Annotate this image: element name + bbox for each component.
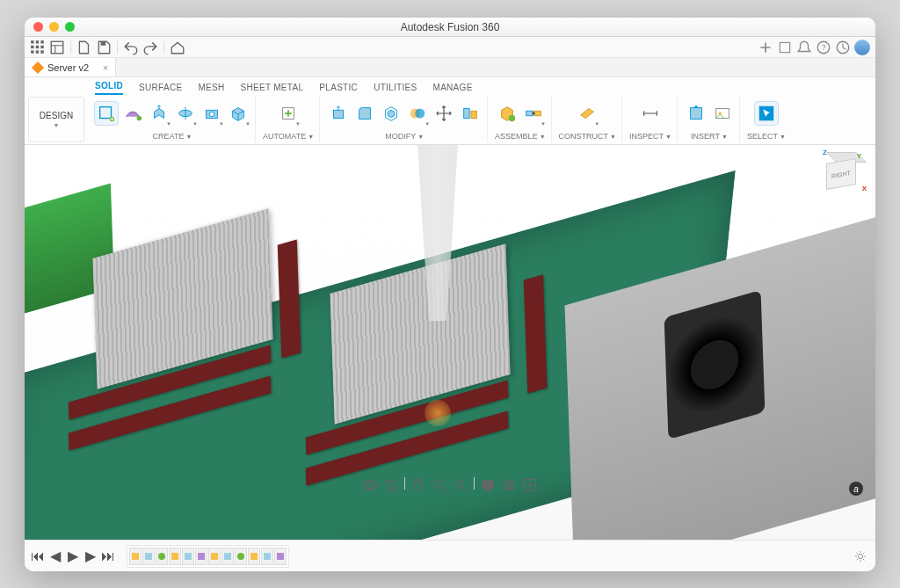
help-icon[interactable]: ? bbox=[816, 40, 831, 55]
timeline: ⏮ ◀ ▶ ▶ ⏭ bbox=[25, 540, 875, 571]
svg-rect-1 bbox=[36, 40, 39, 43]
box-icon[interactable]: ▼ bbox=[227, 102, 250, 125]
combine-icon[interactable]: ▼ bbox=[406, 102, 429, 125]
ribbon-group-modify: ▼ MODIFY▼ bbox=[322, 97, 488, 142]
timeline-feature[interactable] bbox=[169, 548, 181, 565]
undo-icon[interactable] bbox=[123, 40, 139, 55]
tab-plastic[interactable]: PLASTIC bbox=[319, 83, 358, 95]
svg-point-56 bbox=[158, 553, 165, 560]
svg-rect-49 bbox=[482, 480, 494, 489]
app-grid-icon[interactable] bbox=[30, 40, 46, 55]
svg-point-66 bbox=[858, 554, 862, 558]
timeline-play-icon[interactable]: ▶ bbox=[67, 550, 79, 563]
svg-rect-63 bbox=[250, 553, 258, 560]
svg-rect-2 bbox=[40, 40, 43, 43]
construct-plane-icon[interactable]: ▼ bbox=[576, 102, 599, 125]
select-icon[interactable] bbox=[755, 102, 778, 125]
timeline-feature[interactable] bbox=[156, 548, 168, 565]
align-icon[interactable] bbox=[459, 102, 482, 125]
svg-rect-3 bbox=[31, 45, 33, 47]
display-settings-icon[interactable] bbox=[480, 477, 496, 493]
svg-rect-9 bbox=[51, 41, 63, 54]
ribbon-group-insert: INSERT▼ bbox=[679, 97, 740, 142]
extensions-icon[interactable] bbox=[777, 40, 793, 55]
orbit-icon[interactable] bbox=[362, 477, 378, 493]
svg-rect-57 bbox=[171, 553, 178, 560]
autodesk-logo-icon: a bbox=[849, 482, 863, 496]
tab-sheet-metal[interactable]: SHEET METAL bbox=[241, 83, 304, 95]
viewport-layout-icon[interactable] bbox=[522, 477, 538, 493]
ribbon-group-construct: ▼ CONSTRUCT▼ bbox=[554, 97, 622, 142]
extrude-icon[interactable]: ▼ bbox=[148, 102, 171, 125]
svg-rect-31 bbox=[464, 109, 469, 119]
timeline-feature[interactable] bbox=[248, 548, 260, 565]
look-at-icon[interactable] bbox=[383, 477, 399, 493]
timeline-feature[interactable] bbox=[274, 548, 287, 565]
group-label: MODIFY bbox=[385, 132, 416, 141]
user-avatar[interactable] bbox=[854, 40, 870, 55]
zoom-window-icon[interactable]: + bbox=[453, 477, 468, 493]
notifications-icon[interactable] bbox=[796, 40, 812, 55]
create-form-icon[interactable] bbox=[121, 102, 144, 125]
hole-icon[interactable]: ▼ bbox=[200, 102, 223, 125]
zoom-icon[interactable] bbox=[432, 477, 447, 493]
axis-y-label: Y bbox=[857, 152, 861, 160]
svg-rect-61 bbox=[224, 553, 231, 560]
tab-surface[interactable]: SURFACE bbox=[139, 83, 182, 95]
timeline-feature[interactable] bbox=[195, 548, 207, 565]
workspace-switcher[interactable]: DESIGN ▼ bbox=[28, 97, 84, 142]
joint-icon[interactable]: ▼ bbox=[522, 102, 545, 125]
close-tab-icon[interactable]: × bbox=[103, 62, 108, 73]
group-label: SELECT bbox=[747, 132, 778, 141]
timeline-feature[interactable] bbox=[129, 548, 142, 565]
automate-icon[interactable]: ▼ bbox=[277, 102, 300, 125]
data-panel-icon[interactable] bbox=[49, 40, 65, 55]
svg-rect-6 bbox=[31, 50, 33, 53]
timeline-feature[interactable] bbox=[142, 548, 155, 565]
svg-point-36 bbox=[532, 112, 535, 115]
timeline-forward-icon[interactable]: ▶ bbox=[84, 550, 97, 563]
viewcube[interactable]: RIGHT X Y Z bbox=[821, 154, 863, 196]
document-tab-label: Server v2 bbox=[47, 62, 89, 73]
tab-mesh[interactable]: MESH bbox=[198, 83, 224, 95]
insert-derive-icon[interactable] bbox=[685, 102, 708, 125]
new-sketch-icon[interactable] bbox=[95, 102, 118, 125]
file-menu-icon[interactable] bbox=[76, 40, 92, 55]
measure-icon[interactable] bbox=[639, 102, 662, 125]
viewport[interactable]: RIGHT X Y Z + a bbox=[25, 145, 875, 540]
move-icon[interactable] bbox=[432, 102, 455, 125]
home-icon[interactable] bbox=[170, 40, 185, 55]
new-design-icon[interactable] bbox=[758, 40, 773, 55]
job-status-icon[interactable] bbox=[835, 40, 851, 55]
tab-manage[interactable]: MANAGE bbox=[433, 83, 473, 95]
svg-point-23 bbox=[137, 116, 142, 121]
new-component-icon[interactable] bbox=[496, 102, 519, 125]
pan-icon[interactable] bbox=[410, 477, 426, 493]
press-pull-icon[interactable] bbox=[327, 102, 350, 125]
timeline-back-icon[interactable]: ◀ bbox=[49, 550, 62, 563]
quick-access-toolbar: ? bbox=[25, 37, 875, 58]
insert-decal-icon[interactable] bbox=[711, 102, 734, 125]
tab-solid[interactable]: SOLID bbox=[95, 81, 123, 95]
document-tab[interactable]: Server v2 × bbox=[25, 58, 116, 76]
svg-rect-54 bbox=[132, 553, 139, 560]
timeline-feature[interactable] bbox=[208, 548, 221, 565]
timeline-track[interactable] bbox=[127, 545, 289, 568]
shell-icon[interactable] bbox=[380, 102, 403, 125]
redo-icon[interactable] bbox=[142, 40, 158, 55]
timeline-end-icon[interactable]: ⏭ bbox=[102, 550, 114, 563]
timeline-feature[interactable] bbox=[182, 548, 194, 565]
timeline-start-icon[interactable]: ⏮ bbox=[32, 550, 44, 563]
timeline-feature[interactable] bbox=[235, 548, 247, 565]
timeline-feature[interactable] bbox=[221, 548, 234, 565]
fillet-icon[interactable] bbox=[353, 102, 376, 125]
tab-utilities[interactable]: UTILITIES bbox=[374, 83, 417, 95]
ribbon-group-select: SELECT▼ bbox=[742, 97, 791, 142]
save-icon[interactable] bbox=[96, 40, 112, 55]
svg-rect-12 bbox=[101, 41, 106, 46]
grid-settings-icon[interactable] bbox=[501, 477, 517, 493]
revolve-icon[interactable]: ▼ bbox=[174, 102, 197, 125]
svg-rect-8 bbox=[40, 50, 43, 53]
timeline-settings-icon[interactable] bbox=[854, 550, 867, 563]
timeline-feature[interactable] bbox=[261, 548, 273, 565]
